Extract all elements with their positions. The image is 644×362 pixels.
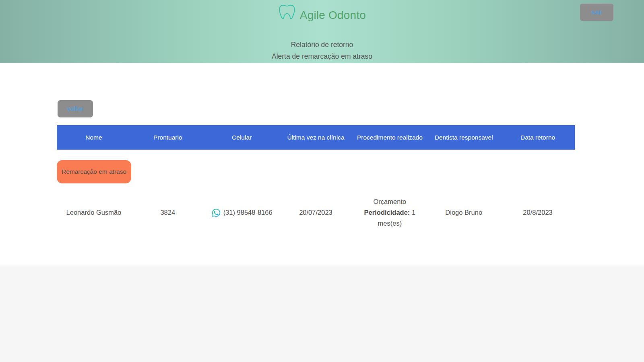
phone-number: (31) 98548-8166 [223, 209, 272, 216]
tooth-icon [278, 3, 296, 23]
column-header-prontuario: Prontuario [131, 134, 205, 141]
report-subtitle: Alerta de remarcação em atraso [0, 52, 644, 61]
back-button[interactable]: voltar [58, 100, 93, 117]
cell-procedimento: Orçamento Periodicidade: 1 mes(es) [353, 196, 427, 229]
app-title: Agile Odonto [300, 9, 366, 22]
status-badge: Remarcação em atraso [57, 160, 131, 183]
periodicidade-label: Periodicidade: [364, 209, 410, 216]
cell-ultima-vez: 20/07/2023 [279, 209, 353, 216]
procedimento-periodicidade: Periodicidade: 1 mes(es) [353, 207, 427, 229]
column-header-celular: Celular [205, 134, 279, 141]
page-footer [0, 265, 644, 362]
cell-prontuario: 3824 [131, 209, 205, 216]
table-row: Leonardo Gusmão 3824 (31) 98548-8166 20/… [57, 196, 575, 224]
column-header-ultima-vez: Última vez na clínica [279, 134, 353, 141]
logout-button[interactable]: sair [580, 4, 613, 21]
table-header-row: Nome Prontuario Celular Última vez na cl… [57, 125, 575, 150]
column-header-data-retorno: Data retorno [501, 134, 575, 141]
cell-data-retorno: 20/8/2023 [501, 209, 575, 216]
column-header-dentista: Dentista responsavel [427, 134, 501, 141]
cell-celular[interactable]: (31) 98548-8166 [205, 208, 279, 218]
cell-dentista: Diogo Bruno [427, 209, 501, 216]
page: Agile Odonto sair Relatório de retorno A… [0, 0, 644, 362]
brand: Agile Odonto [0, 2, 644, 23]
procedimento-nome: Orçamento [353, 196, 427, 207]
column-header-nome: Nome [57, 134, 131, 141]
whatsapp-icon[interactable] [211, 208, 221, 218]
cell-nome: Leonardo Gusmão [57, 209, 131, 216]
app-header: Agile Odonto sair Relatório de retorno A… [0, 0, 644, 63]
report-title: Relatório de retorno [0, 41, 644, 49]
column-header-procedimento: Procedimento realizado [353, 134, 427, 141]
